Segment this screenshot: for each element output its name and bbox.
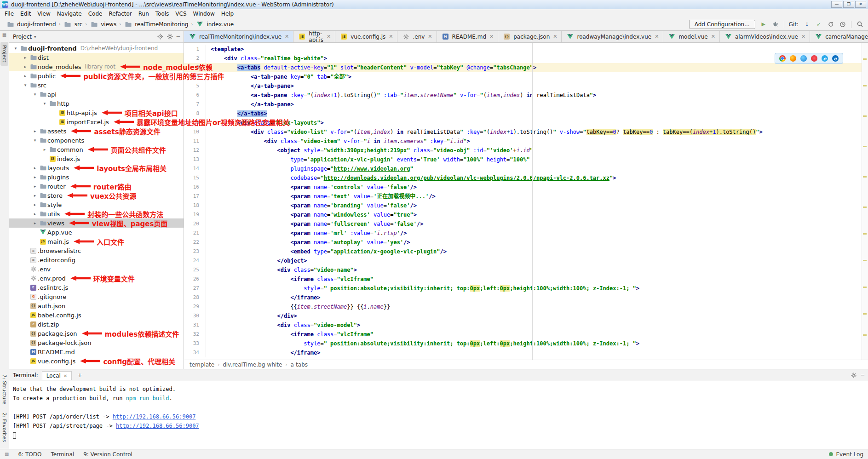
tree-item-env[interactable]: .env [9, 264, 184, 274]
chevron-collapsed-icon[interactable]: ▸ [31, 212, 39, 216]
git-commit-icon[interactable]: ✓ [815, 21, 822, 28]
close-tab-icon[interactable]: ✕ [285, 34, 289, 40]
tree-item-indexjs[interactable]: JSindex.js [9, 154, 184, 163]
code-line[interactable]: 21 <param name='mrl' :value='i.rtsp'/> [184, 229, 868, 238]
code-line[interactable]: 24 </object> [184, 256, 868, 265]
tree-item-api[interactable]: ▾api [9, 90, 184, 99]
chevron-collapsed-icon[interactable]: ▸ [31, 175, 39, 179]
tree-item-eslintrcjs[interactable]: E.eslintrc.js [9, 283, 184, 292]
locate-file-icon[interactable] [157, 34, 163, 40]
debug-icon[interactable] [772, 21, 779, 28]
code-line[interactable]: 14 pluginspage="http://www.videolan.org" [184, 164, 868, 173]
code-line[interactable]: 17 <param name='text' value='正在加载视频中...'… [184, 192, 868, 201]
event-log-area[interactable]: Event Log [829, 451, 863, 458]
code-line[interactable]: 30 </div> [184, 311, 868, 321]
chevron-expanded-icon[interactable]: ▾ [22, 83, 29, 87]
breadcrumb-node[interactable]: div.realTime.bg-white [223, 361, 282, 368]
code-line[interactable]: 29 {{item.streetName}} {{i.name}} [184, 302, 868, 311]
tree-item-dist[interactable]: ▸dist [9, 53, 184, 62]
menu-window[interactable]: Window [190, 10, 218, 17]
history-icon[interactable] [839, 21, 846, 28]
close-tab-icon[interactable]: ✕ [389, 34, 393, 40]
code-line[interactable]: 32 <iframe class="vlcIframe" [184, 330, 868, 339]
chevron-collapsed-icon[interactable]: ▸ [22, 55, 29, 60]
code-line[interactable]: 15 codebase="http://downloads.videolan.o… [184, 173, 868, 183]
run-icon[interactable]: ▶ [760, 21, 767, 28]
chevron-collapsed-icon[interactable]: ▸ [31, 221, 39, 225]
code-line[interactable]: 11 <div class="video-item" v-for="i in i… [184, 137, 868, 146]
code-editor[interactable]: 1<template>2 <div class="realTime bg-whi… [184, 43, 868, 360]
tree-item-node_modules[interactable]: ▸node_moduleslibrary rootnode_modules依赖 [9, 62, 184, 71]
chevron-collapsed-icon[interactable]: ▸ [31, 129, 39, 133]
search-everywhere-icon[interactable] [856, 21, 863, 28]
chevron-expanded-icon[interactable]: ▾ [31, 138, 39, 143]
project-panel-title[interactable]: Project [13, 34, 32, 40]
tree-item-browserslistrc[interactable]: ≡.browserslistrc [9, 246, 184, 255]
breadcrumb-node[interactable]: template [190, 361, 214, 368]
tree-item-package-lockjson[interactable]: {}package-lock.json [9, 338, 184, 347]
close-tab-icon[interactable]: ✕ [553, 34, 557, 40]
menu-file[interactable]: File [1, 10, 17, 17]
chevron-collapsed-icon[interactable]: ▸ [31, 184, 39, 189]
editor-tab[interactable]: realTimeMonitoring\index.vue✕ [184, 31, 293, 42]
tree-item-store[interactable]: ▸storevuex公共资源 [9, 191, 184, 200]
menu-edit[interactable]: Edit [17, 10, 34, 17]
code-line[interactable]: 7 </a-tab-pane> [184, 100, 868, 109]
chevron-collapsed-icon[interactable]: ▸ [31, 166, 39, 170]
close-tab-icon[interactable]: ✕ [801, 34, 805, 40]
tree-item-layouts[interactable]: ▸layoutslayouts全局布局相关 [9, 163, 184, 172]
code-line[interactable]: 5 </a-tab-pane> [184, 81, 868, 91]
stripe-favorites-button[interactable]: 2: Favorites [0, 409, 8, 445]
code-line[interactable]: 34 </iframe> [184, 348, 868, 357]
code-line[interactable]: 18 <param name='branding' value='false'/… [184, 201, 868, 210]
tree-item-src[interactable]: ▾src [9, 80, 184, 90]
error-stripe-scrollbar[interactable] [862, 43, 868, 360]
close-tab-icon[interactable]: ✕ [327, 34, 331, 40]
tree-item-distzip[interactable]: Zdist.zip [9, 320, 184, 329]
menu-vcs[interactable]: VCS [172, 10, 190, 17]
breadcrumb-item[interactable]: views [88, 21, 118, 28]
breadcrumb-item[interactable]: index.vue [194, 21, 235, 28]
menu-tools[interactable]: Tools [152, 10, 172, 17]
menu-code[interactable]: Code [85, 10, 106, 17]
add-configuration-button[interactable]: Add Configuration... [689, 20, 755, 29]
tree-item-public[interactable]: ▸publicpublic资源文件夹，一般放引用的第三方插件 [9, 71, 184, 80]
tree-item-utils[interactable]: ▸utils封装的一些公共函数方法 [9, 209, 184, 218]
code-line[interactable]: 19 <param name='windowless' value="true"… [184, 210, 868, 219]
editor-tab[interactable]: roadwayManage\index.vue✕ [562, 31, 663, 42]
close-button[interactable]: ✕ [855, 1, 866, 8]
opera-browser-icon[interactable] [811, 55, 817, 62]
breadcrumb-item[interactable]: duoji-frontend [5, 21, 57, 28]
tree-item-READMEmd[interactable]: MREADME.md [9, 347, 184, 356]
chevron-down-icon[interactable]: ▾ [34, 34, 36, 39]
tool-windows-icon[interactable]: ▦ [2, 32, 6, 37]
chevron-collapsed-icon[interactable]: ▸ [31, 202, 39, 207]
chevron-collapsed-icon[interactable]: ▸ [31, 193, 39, 198]
breadcrumb-item[interactable]: realTimeMonitoring [122, 21, 190, 28]
tree-item-editorconfig[interactable]: ≡.editorconfig [9, 255, 184, 264]
code-line[interactable]: 1<template> [184, 45, 868, 54]
menu-run[interactable]: Run [135, 10, 152, 17]
close-tab-icon[interactable]: ✕ [711, 34, 715, 40]
chevron-expanded-icon[interactable]: ▾ [31, 92, 39, 97]
tree-item-authjson[interactable]: {}auth.json [9, 301, 184, 310]
tree-item-gitignore[interactable]: G.gitignore [9, 292, 184, 301]
code-line[interactable]: 3 <a-tabs default-active-key="1" slot="h… [184, 63, 868, 72]
tree-item-common[interactable]: ▸common页面公共组件文件 [9, 145, 184, 154]
code-line[interactable]: 13 type='application/x-vlc-plugin' event… [184, 155, 868, 164]
git-update-icon[interactable]: ↓ [803, 21, 811, 28]
editor-tab[interactable]: .env✕ [397, 31, 437, 42]
code-line[interactable]: 28 </iframe> [184, 293, 868, 302]
tree-item-style[interactable]: ▸style [9, 200, 184, 209]
code-line[interactable]: 31 <div class="video-model"> [184, 321, 868, 330]
chevron-collapsed-icon[interactable]: ▸ [22, 74, 29, 78]
terminal-tab-local[interactable]: Local ✕ [42, 371, 72, 380]
editor-tab[interactable]: cameraManage\index.vue✕ [810, 31, 868, 42]
tool-window-toggle-icon[interactable]: ▦ [5, 452, 9, 457]
chevron-collapsed-icon[interactable]: ▸ [41, 147, 48, 152]
tree-item-assets[interactable]: ▸assetsassets静态资源文件 [9, 126, 184, 136]
chevron-expanded-icon[interactable]: ▾ [41, 101, 48, 106]
code-line[interactable]: 10 <div class="video-list" v-for="(item,… [184, 127, 868, 137]
code-line[interactable]: 20 <param name='fullscreen' value='false… [184, 219, 868, 229]
settings-gear-icon[interactable] [167, 34, 173, 40]
